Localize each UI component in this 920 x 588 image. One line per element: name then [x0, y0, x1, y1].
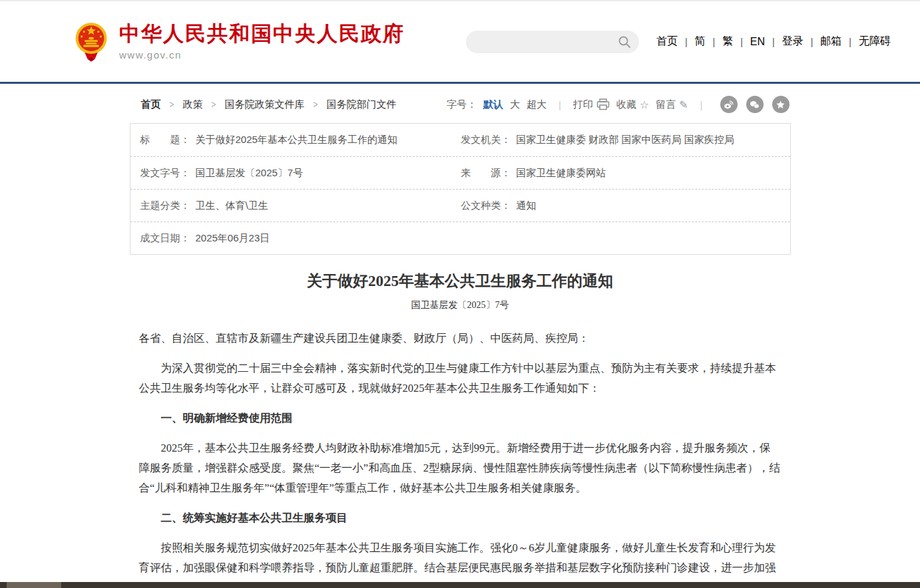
nav-english[interactable]: EN [750, 36, 765, 48]
article-section-heading-1: 一、明确新增经费使用范围 [139, 408, 782, 428]
nav-simplified[interactable]: 简 [695, 35, 706, 49]
article-paragraph: 按照相关服务规范切实做好2025年基本公共卫生服务项目实施工作。强化0～6岁儿童… [139, 538, 782, 588]
site-url: www.gov.cn [119, 49, 405, 61]
nav-login[interactable]: 登录 [782, 35, 804, 49]
article-paragraph: 为深入贯彻党的二十届三中全会精神，落实新时代党的卫生与健康工作方针中以基层为重点… [139, 359, 782, 398]
article-salutation: 各省、自治区、直辖市及新疆生产建设兵团卫生健康委、财政厅（局）、中医药局、疾控局… [139, 329, 782, 349]
nav-separator: | [685, 37, 688, 47]
meta-value-source: 国家卫生健康委网站 [516, 167, 606, 180]
toolbar-separator: | [559, 99, 561, 110]
chevron-right-icon: > [170, 99, 174, 110]
meta-value-issue-date: 2025年06月23日 [196, 232, 270, 245]
top-nav: 首页 | 简 | 繁 | EN | 登录 | 邮箱 | 无障碍 [656, 35, 891, 49]
meta-label-issue-date: 成文日期： [140, 232, 190, 245]
article-paragraph: 2025年，基本公共卫生服务经费人均财政补助标准增加5元，达到99元。新增经费用… [139, 438, 782, 498]
comment-button[interactable]: 留言 ✎ [656, 98, 688, 111]
article-section-heading-2: 二、统筹实施好基本公共卫生服务项目 [139, 508, 782, 528]
meta-value-issuing-agency: 国家卫生健康委 财政部 国家中医药局 国家疾控局 [516, 134, 734, 146]
nav-separator: | [772, 37, 775, 47]
qzone-star-icon [775, 99, 786, 110]
breadcrumb-home[interactable]: 首页 [141, 98, 161, 111]
wechat-icon [749, 99, 760, 110]
meta-label-title: 标 题： [140, 134, 190, 146]
share-qzone-button[interactable] [772, 96, 790, 113]
nav-separator: | [849, 37, 851, 47]
print-button[interactable]: 打印 [573, 98, 610, 111]
meta-value-doc-type: 通知 [516, 200, 536, 212]
nav-traditional[interactable]: 繁 [722, 35, 733, 49]
meta-label-source: 来 源： [461, 167, 511, 180]
meta-label-issuing-agency: 发文机关： [461, 134, 511, 146]
fontsize-label: 字号： [447, 98, 477, 111]
national-emblem-icon [73, 22, 109, 62]
meta-row: 成文日期： 2025年06月23日 [130, 221, 790, 254]
nav-home[interactable]: 首页 [656, 35, 678, 49]
nav-mail[interactable]: 邮箱 [820, 35, 841, 49]
meta-row: 发文字号： 国卫基层发〔2025〕7号 来 源： 国家卫生健康委网站 [130, 156, 790, 189]
article-doc-number: 国卫基层发〔2025〕7号 [139, 299, 782, 311]
article-title: 关于做好2025年基本公共卫生服务工作的通知 [139, 271, 782, 291]
article: 关于做好2025年基本公共卫生服务工作的通知 国卫基层发〔2025〕7号 各省、… [130, 271, 791, 588]
meta-row: 主题分类： 卫生、体育\卫生 公文种类： 通知 [130, 189, 790, 221]
chevron-right-icon: > [314, 99, 318, 110]
star-icon: ☆ [640, 98, 649, 111]
chevron-right-icon: > [212, 99, 216, 110]
nav-separator: | [740, 37, 743, 47]
meta-label-topic-category: 主题分类： [140, 200, 190, 212]
document-meta-table: 标 题： 关于做好2025年基本公共卫生服务工作的通知 发文机关： 国家卫生健康… [130, 123, 791, 255]
meta-row: 标 题： 关于做好2025年基本公共卫生服务工作的通知 发文机关： 国家卫生健康… [130, 124, 790, 156]
nav-accessibility[interactable]: 无障碍 [859, 35, 891, 49]
breadcrumb: 首页 > 政策 > 国务院政策文件库 > 国务院部门文件 [141, 98, 397, 111]
meta-label-doc-number: 发文字号： [140, 167, 190, 180]
search-box[interactable] [466, 31, 639, 53]
share-weibo-button[interactable] [720, 96, 738, 113]
fontsize-xlarge-button[interactable]: 超大 [527, 98, 547, 111]
nav-separator: | [713, 37, 716, 47]
meta-value-topic-category: 卫生、体育\卫生 [196, 200, 268, 212]
share-buttons [720, 96, 790, 113]
article-body: 各省、自治区、直辖市及新疆生产建设兵团卫生健康委、财政厅（局）、中医药局、疾控局… [139, 329, 782, 588]
printer-icon [596, 98, 610, 110]
search-input[interactable] [477, 31, 618, 53]
fontsize-large-button[interactable]: 大 [510, 98, 520, 111]
favorite-button[interactable]: 收藏 ☆ [616, 98, 649, 111]
toolbar-separator: | [700, 99, 703, 110]
weibo-icon [723, 99, 734, 110]
horizontal-scrollbar[interactable] [0, 582, 920, 588]
breadcrumb-policy[interactable]: 政策 [183, 98, 203, 111]
page-toolbar: 字号： 默认 大 超大 | 打印 收藏 ☆ 留言 ✎ | [447, 96, 790, 113]
site-header: 中华人民共和国中央人民政府 www.gov.cn 首页 | 简 | 繁 | EN [0, 0, 920, 84]
site-logo[interactable]: 中华人民共和国中央人民政府 www.gov.cn [73, 22, 405, 62]
meta-label-doc-type: 公文种类： [461, 200, 511, 212]
scrollbar-thumb[interactable] [7, 582, 61, 588]
search-icon[interactable] [618, 35, 631, 49]
fontsize-default-button[interactable]: 默认 [483, 98, 503, 111]
pencil-icon: ✎ [679, 98, 688, 111]
meta-value-title: 关于做好2025年基本公共卫生服务工作的通知 [196, 134, 397, 146]
breadcrumb-policy-library[interactable]: 国务院政策文件库 [225, 98, 305, 111]
breadcrumb-department-docs[interactable]: 国务院部门文件 [327, 98, 397, 111]
site-title: 中华人民共和国中央人民政府 [119, 23, 405, 45]
nav-separator: | [811, 37, 813, 47]
share-wechat-button[interactable] [746, 96, 764, 113]
meta-value-doc-number: 国卫基层发〔2025〕7号 [196, 167, 304, 180]
